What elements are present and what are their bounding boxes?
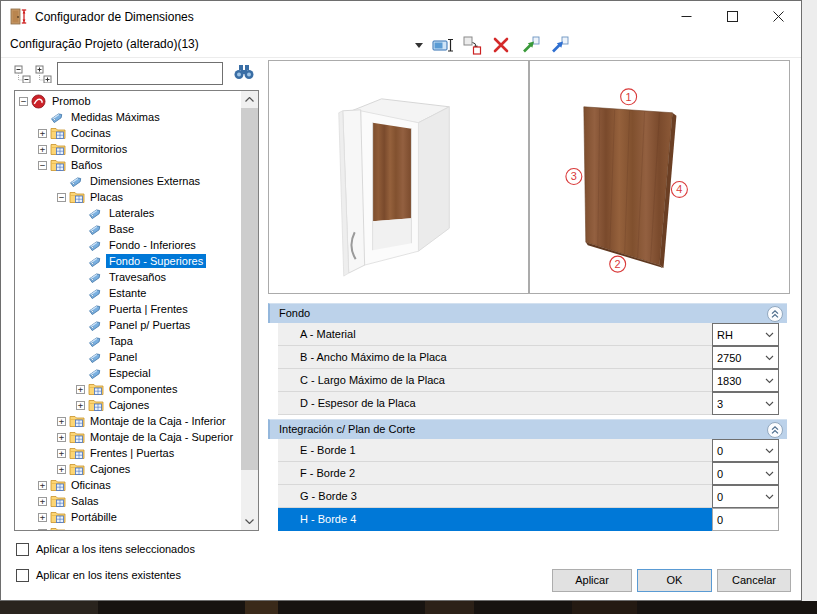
export-config-icon[interactable]	[519, 35, 541, 55]
tree-item-ba-os[interactable]: −Baños	[15, 157, 241, 173]
tree-item-cajones[interactable]: +Cajones	[15, 397, 241, 413]
tree-item-puerta-frentes[interactable]: Puerta | Frentes	[15, 301, 241, 317]
tree-item-tapa[interactable]: Tapa	[15, 333, 241, 349]
tree-item-travesa-os[interactable]: Travesaños	[15, 269, 241, 285]
value-dropdown[interactable]: RH	[712, 323, 779, 346]
expand-icon[interactable]: +	[38, 529, 47, 532]
delete-config-icon[interactable]	[490, 35, 512, 55]
import-config-icon[interactable]	[548, 35, 570, 55]
chevron-down-icon	[765, 448, 774, 454]
folder-icon	[69, 430, 85, 445]
collapse-all-icon[interactable]	[14, 65, 32, 83]
expand-icon[interactable]: +	[38, 481, 47, 490]
aplicar-button[interactable]: Aplicar	[552, 569, 632, 592]
collapse-icon[interactable]: −	[38, 161, 47, 170]
promob-icon	[31, 94, 47, 109]
panel-preview: 1 2 3 4	[529, 60, 790, 294]
tree-item-panel[interactable]: Panel	[15, 349, 241, 365]
tree-item-label: Baños	[68, 158, 105, 172]
tree-item-panel-p-puertas[interactable]: Panel p/ Puertas	[15, 317, 241, 333]
tree-item-placas[interactable]: −Placas	[15, 189, 241, 205]
collapse-icon[interactable]: −	[19, 97, 28, 106]
tree-item-fondo-inferiores[interactable]: Fondo - Inferiores	[15, 237, 241, 253]
tree-item-frentes-puertas[interactable]: +Frentes | Puertas	[15, 445, 241, 461]
tree-item-especial[interactable]: Especial	[15, 365, 241, 381]
value-text: 1830	[717, 375, 741, 387]
close-button[interactable]	[755, 1, 801, 32]
tree-item-port-bille[interactable]: +Portábille	[15, 509, 241, 525]
tree-item-label: Frentes | Puertas	[87, 446, 177, 460]
fondo-rows: A - MaterialRHB - Ancho Máximo de la Pla…	[278, 323, 779, 415]
minimize-button[interactable]	[663, 1, 709, 32]
collapse-icon[interactable]: −	[57, 193, 66, 202]
rename-config-icon[interactable]	[432, 35, 454, 55]
tree-item-label: Puerta | Frentes	[106, 302, 191, 316]
dropdown-caret-icon[interactable]	[413, 35, 425, 55]
value-dropdown[interactable]: 0	[712, 462, 779, 485]
expand-icon[interactable]: +	[57, 449, 66, 458]
duplicate-config-icon[interactable]	[461, 35, 483, 55]
search-input[interactable]	[57, 62, 223, 85]
value-dropdown[interactable]: 2750	[712, 346, 779, 369]
tree-item-oficinas[interactable]: +Oficinas	[15, 477, 241, 493]
property-row: C - Largo Máximo de la Placa1830	[278, 369, 779, 392]
cancel-button[interactable]: Cancelar	[717, 569, 791, 592]
tree-item-salas[interactable]: +Salas	[15, 493, 241, 509]
property-label[interactable]: F - Borde 2	[278, 462, 712, 485]
apply-selected-items-row: Aplicar a los itens seleccionados	[16, 541, 195, 557]
folder-icon	[69, 446, 85, 461]
tree-item-fondo-superiores[interactable]: Fondo - Superiores	[15, 253, 241, 269]
tree-item-laterales[interactable]: Laterales	[15, 205, 241, 221]
expand-icon[interactable]: +	[38, 145, 47, 154]
value-dropdown[interactable]: 1830	[712, 369, 779, 392]
expand-all-icon[interactable]	[35, 65, 53, 83]
tree-item-cocinas[interactable]: +Cocinas	[15, 125, 241, 141]
scroll-down-icon[interactable]	[241, 513, 258, 530]
property-label[interactable]: G - Borde 3	[278, 485, 712, 508]
property-label[interactable]: H - Borde 4	[278, 508, 712, 531]
expand-icon[interactable]: +	[38, 497, 47, 506]
chevron-down-icon	[765, 471, 774, 477]
value-dropdown[interactable]: 0	[712, 485, 779, 508]
scrollbar-thumb[interactable]	[241, 108, 258, 470]
property-label[interactable]: E - Borde 1	[278, 439, 712, 462]
maximize-button[interactable]	[709, 1, 755, 32]
property-label[interactable]: C - Largo Máximo de la Placa	[278, 369, 712, 392]
property-label[interactable]: D - Espesor de la Placa	[278, 392, 712, 415]
expand-icon[interactable]: +	[76, 401, 85, 410]
apply-selected-checkbox[interactable]	[16, 543, 29, 556]
tree-item-base[interactable]: Base	[15, 221, 241, 237]
tree-item-montaje-de-la-caja-superior[interactable]: +Montaje de la Caja - Superior	[15, 429, 241, 445]
tree-item-dimensiones-externas[interactable]: Dimensiones Externas	[15, 173, 241, 189]
tree-item-dormitorios[interactable]: +Dormitorios	[15, 141, 241, 157]
expand-icon[interactable]: +	[76, 385, 85, 394]
tree-item-medidas-m-ximas[interactable]: Medidas Máximas	[15, 109, 241, 125]
expand-icon[interactable]: +	[57, 417, 66, 426]
collapse-section-icon[interactable]	[767, 422, 783, 438]
folder-icon	[88, 382, 104, 397]
property-label[interactable]: A - Material	[278, 323, 712, 346]
apply-existing-checkbox[interactable]	[16, 569, 29, 582]
tree-item-componentes[interactable]: +Componentes	[15, 381, 241, 397]
value-dropdown[interactable]: 3	[712, 392, 779, 415]
value-field[interactable]: 0	[712, 508, 779, 531]
ok-button[interactable]: OK	[637, 569, 712, 592]
expand-icon[interactable]: +	[38, 513, 47, 522]
folder-icon	[50, 126, 66, 141]
tree-scrollbar[interactable]	[241, 91, 258, 530]
tree-item-estante[interactable]: Estante	[15, 285, 241, 301]
titlebar[interactable]: Configurador de Dimensiones	[1, 1, 801, 32]
value-dropdown[interactable]: 0	[712, 439, 779, 462]
tree-item-promob[interactable]: −Promob	[15, 93, 241, 109]
expand-icon[interactable]: +	[57, 465, 66, 474]
tree-item-cajones[interactable]: +Cajones	[15, 461, 241, 477]
expand-icon[interactable]: +	[38, 129, 47, 138]
property-label[interactable]: B - Ancho Máximo de la Placa	[278, 346, 712, 369]
find-binoculars-icon[interactable]	[233, 64, 255, 82]
tree-item-label: Montaje de la Caja - Superior	[87, 430, 236, 444]
tree-item-partial[interactable]: +	[15, 525, 241, 531]
tree-item-montaje-de-la-caja-inferior[interactable]: +Montaje de la Caja - Inferior	[15, 413, 241, 429]
collapse-section-icon[interactable]	[767, 306, 783, 322]
expand-icon[interactable]: +	[57, 433, 66, 442]
scroll-up-icon[interactable]	[241, 91, 258, 108]
